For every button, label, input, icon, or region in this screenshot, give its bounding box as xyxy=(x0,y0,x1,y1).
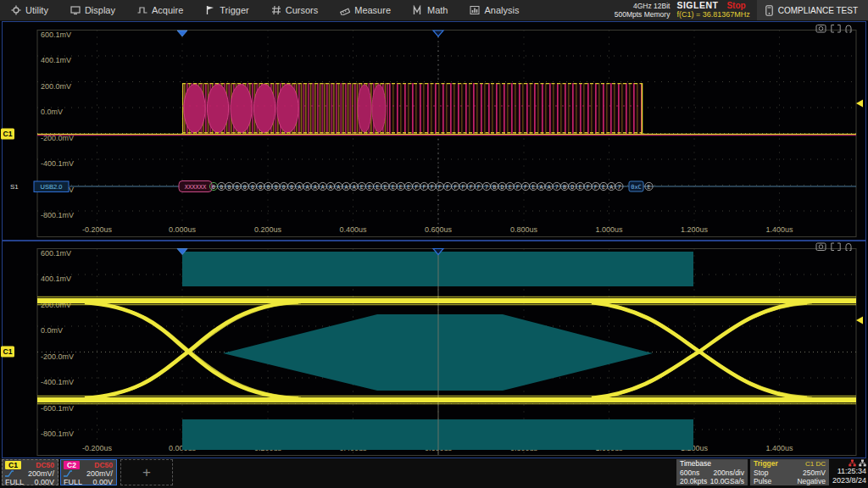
decode-char: A xyxy=(353,184,356,191)
c1-badge: C1 xyxy=(5,461,21,469)
decode-char: 0 xyxy=(282,184,286,191)
decode-char: 0 xyxy=(259,184,262,191)
menu-trigger[interactable]: Trigger xyxy=(194,0,259,20)
decode-char: 0 xyxy=(243,184,247,191)
menu-label: Display xyxy=(85,5,115,15)
expand-icon[interactable] xyxy=(832,25,840,33)
trigger-title: Trigger xyxy=(754,459,778,469)
expand-icon[interactable] xyxy=(832,243,840,251)
decode-char: E xyxy=(399,184,403,191)
decode-char: F xyxy=(431,184,434,191)
menu-label: Trigger xyxy=(220,5,248,15)
c1-zero-marker[interactable]: C1 xyxy=(1,129,14,140)
decode-char: A xyxy=(539,184,542,191)
display-icon xyxy=(70,5,81,15)
decode-char: 0 xyxy=(275,184,278,191)
trigger-source: C1 DC xyxy=(805,459,826,469)
menu-label: Acquire xyxy=(152,5,183,15)
acquisition-info: 4GHz 12Bit 500Mpts Memory xyxy=(615,2,670,19)
svg-text:C1: C1 xyxy=(3,130,13,138)
x-axis-label: 0.400us xyxy=(339,225,367,234)
slope-icon xyxy=(5,470,14,477)
slope-icon xyxy=(64,470,72,477)
math-icon xyxy=(413,5,423,15)
menu-label: Measure xyxy=(354,5,391,15)
menu-display[interactable]: Display xyxy=(59,0,126,20)
y-axis-label: -400.1mV xyxy=(41,159,74,168)
y-axis-label: 400.1mV xyxy=(41,56,71,64)
menu-utility[interactable]: Utility xyxy=(0,0,59,20)
brand-logo: SIGLENT xyxy=(676,1,718,10)
timebase-box[interactable]: Timebase 600ns200ns/div 20.0kpts10.0GSa/… xyxy=(676,459,748,485)
timebase-title: Timebase xyxy=(680,459,711,469)
c2-offset: 0.00V xyxy=(92,478,113,486)
decode-char: A xyxy=(609,184,613,191)
channel-box-c1[interactable]: C1DC50 200mV/ FULL0.00V xyxy=(2,459,58,485)
timebase-points: 20.0kpts xyxy=(680,477,707,485)
camera-icon[interactable] xyxy=(816,243,826,251)
history-icon[interactable] xyxy=(846,244,851,251)
y-axis-label: 600.1mV xyxy=(41,249,71,258)
trigger-level-arrow[interactable] xyxy=(856,317,863,324)
decode-char: E xyxy=(383,184,387,191)
decode-char: F xyxy=(422,184,426,191)
decode-char: E xyxy=(376,184,379,191)
menu-math[interactable]: Math xyxy=(402,0,459,20)
network-icon-white xyxy=(859,459,866,467)
brand-block: SIGLENT Stop f(C1) = 36.81367MHz xyxy=(676,1,749,19)
trigger-position-marker[interactable] xyxy=(177,30,187,36)
eye-diagram-plot: 600.1mV400.1mV200.0mV0.0mV-200.0mV-400.1… xyxy=(0,241,868,458)
frequency-counter: f(C1) = 36.81367MHz xyxy=(676,10,749,19)
decode-char: 7 xyxy=(485,184,488,191)
history-icon[interactable] xyxy=(846,25,851,32)
trigger-level-arrow[interactable] xyxy=(856,100,863,108)
decode-char: F xyxy=(438,184,442,191)
y-axis-label: -200.0mV xyxy=(41,352,74,361)
measure-ruler-icon xyxy=(340,5,350,15)
decode-char: 7 xyxy=(555,184,559,191)
c2-bandwidth: FULL xyxy=(64,478,82,486)
decode-char: F xyxy=(587,184,590,191)
menu-analysis[interactable]: Analysis xyxy=(459,0,530,20)
decode-char: 7 xyxy=(617,184,620,191)
y-axis-label: -800.1mV xyxy=(41,430,74,438)
menubar-right-cluster: 4GHz 12Bit 500Mpts Memory SIGLENT Stop f… xyxy=(615,0,868,20)
camera-icon[interactable] xyxy=(816,25,826,33)
svg-text:C1: C1 xyxy=(3,347,13,356)
add-channel-button[interactable]: + xyxy=(120,459,173,485)
decode-end-char: E xyxy=(648,184,651,191)
gear-icon xyxy=(11,5,21,15)
waveform-plot: 600.1mV400.1mV200.0mV0.0mV-200.0mV-400.1… xyxy=(0,22,868,241)
decode-end-box-text: 0xC xyxy=(631,184,642,191)
decode-char: A xyxy=(305,184,309,191)
c1-zero-marker[interactable]: C1 xyxy=(1,347,14,358)
decode-char: F xyxy=(594,184,598,191)
menu-measure[interactable]: Measure xyxy=(329,0,402,20)
menu-acquire[interactable]: Acquire xyxy=(126,0,194,20)
decode-char: F xyxy=(516,184,520,191)
serial-decode-row: S1 USB2.0 XXXXXX 00000000000AAAAAAAAEEEE… xyxy=(10,181,856,192)
run-state[interactable]: Stop xyxy=(726,1,745,10)
decode-char: B xyxy=(563,184,566,191)
compliance-test-button[interactable]: COMPLIANCE TEST xyxy=(757,0,868,20)
menu-label: Cursors xyxy=(286,5,319,15)
decode-char: 0 xyxy=(236,184,239,191)
decode-char: B xyxy=(492,184,496,191)
c1-coupling: DC50 xyxy=(36,461,54,469)
y-axis-label: -200.0mV xyxy=(41,134,74,142)
decode-char: 0 xyxy=(290,184,293,191)
acquire-icon xyxy=(137,5,147,15)
panel-corner-icons xyxy=(816,25,851,33)
usb-packet-burst xyxy=(182,83,643,134)
decode-char: D xyxy=(500,184,504,191)
decode-char: F xyxy=(446,184,449,191)
x-axis-label: 1.000us xyxy=(595,225,623,234)
oscilloscope-screen: Utility Display Acquire Trigger Cursors … xyxy=(0,0,868,488)
channel-box-c2[interactable]: C2DC50 200mV/ FULL0.00V xyxy=(60,459,117,485)
decode-char: F xyxy=(477,184,481,191)
menu-cursors[interactable]: Cursors xyxy=(260,0,330,20)
trigger-box[interactable]: TriggerC1 DC Stop250mV PulseNegative xyxy=(750,459,829,485)
delay-reference-marker[interactable] xyxy=(433,30,443,36)
panel-corner-icons xyxy=(816,243,851,251)
clock-box: 11:25:34 2023/8/24 xyxy=(829,459,866,487)
